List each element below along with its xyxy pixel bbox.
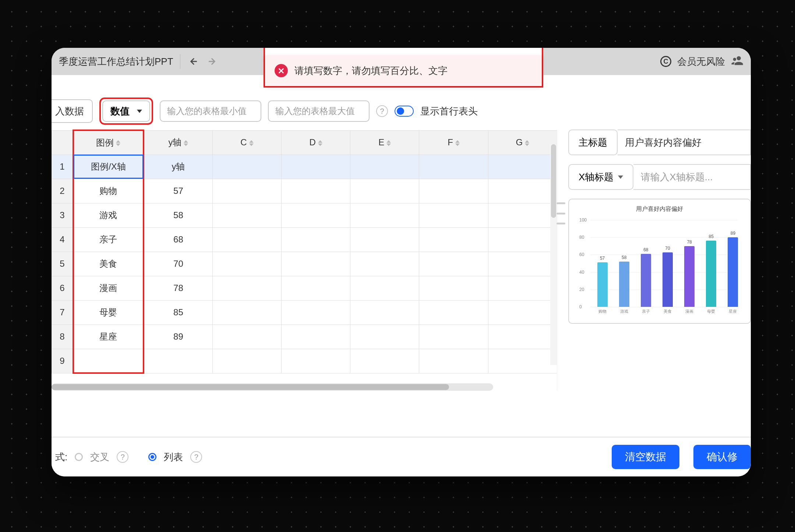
data-cell[interactable] [350,300,419,324]
data-cell[interactable] [488,227,557,252]
main-title-input[interactable]: 用户喜好内容偏好 [618,130,751,155]
mode-radio-cross[interactable] [75,453,83,461]
data-cell[interactable] [212,252,281,276]
data-cell[interactable]: 70 [144,252,212,276]
row-number[interactable]: 3 [52,203,73,227]
x-axis-title-input[interactable]: 请输入X轴标题... [633,164,751,190]
legend-cell[interactable]: 漫画 [73,276,144,300]
data-cell[interactable] [350,276,419,300]
data-cell[interactable] [282,276,350,300]
corner-cell[interactable] [52,130,73,155]
sort-icon[interactable] [525,140,529,146]
data-cell[interactable] [350,227,419,252]
horizontal-scrollbar-track[interactable] [52,383,493,391]
sort-icon[interactable] [318,140,322,146]
data-cell[interactable] [212,179,281,203]
row-number[interactable]: 2 [52,179,73,203]
data-cell[interactable] [350,324,419,349]
undo-button[interactable] [187,55,199,68]
row-number[interactable]: 5 [52,252,73,276]
column-header[interactable]: C [212,130,281,155]
data-cell[interactable] [488,276,557,300]
data-cell[interactable] [419,252,488,276]
data-cell[interactable]: 57 [144,179,212,203]
data-cell[interactable] [212,276,281,300]
data-cell[interactable]: 58 [144,203,212,227]
sort-icon[interactable] [249,140,254,146]
legend-cell[interactable] [73,349,144,373]
panel-resize-grip[interactable] [556,202,565,224]
help-icon[interactable]: ? [117,451,128,463]
legend-cell[interactable]: 星座 [73,324,144,349]
data-cell[interactable] [350,252,419,276]
data-cell[interactable] [282,203,350,227]
row-number[interactable]: 4 [52,227,73,252]
data-cell[interactable]: y轴 [144,155,212,179]
data-cell[interactable] [419,179,488,203]
data-cell[interactable] [282,227,350,252]
data-cell[interactable] [212,203,281,227]
data-cell[interactable] [350,155,419,179]
data-cell[interactable] [488,203,557,227]
redo-button[interactable] [206,55,219,68]
data-cell[interactable] [350,179,419,203]
column-header[interactable]: F [419,130,488,155]
data-cell[interactable] [282,349,350,373]
min-value-input[interactable] [160,100,261,122]
data-cell[interactable] [282,155,350,179]
data-cell[interactable] [212,155,281,179]
column-header[interactable]: y轴 [144,130,212,155]
column-header[interactable]: G [488,130,557,155]
data-cell[interactable] [282,324,350,349]
data-cell[interactable] [488,300,557,324]
confirm-button[interactable]: 确认修 [693,445,751,469]
spreadsheet[interactable]: 图例y轴CDEFG1图例/X轴y轴2购物573游戏584亲子685美食706漫画… [52,130,557,391]
data-cell[interactable] [212,227,281,252]
data-cell[interactable] [419,203,488,227]
column-header[interactable]: E [350,130,419,155]
row-number[interactable]: 8 [52,324,73,349]
max-value-input[interactable] [268,100,370,122]
row-number[interactable]: 7 [52,300,73,324]
column-header[interactable]: D [282,130,350,155]
legend-cell[interactable]: 游戏 [73,203,144,227]
x-axis-title-dropdown[interactable]: X轴标题 [568,164,633,190]
sort-icon[interactable] [184,140,188,146]
sort-icon[interactable] [455,140,460,146]
data-cell[interactable] [419,324,488,349]
enter-data-tab[interactable]: 入数据 [52,99,93,123]
row-number[interactable]: 6 [52,276,73,300]
data-cell[interactable] [212,349,281,373]
data-cell[interactable] [419,300,488,324]
show-header-toggle[interactable] [395,106,414,117]
data-cell[interactable] [419,227,488,252]
horizontal-scrollbar-thumb[interactable] [52,384,449,390]
legend-cell[interactable]: 美食 [73,252,144,276]
column-header[interactable]: 图例 [73,130,144,155]
data-cell[interactable] [419,349,488,373]
data-cell[interactable] [488,324,557,349]
share-button[interactable] [731,54,743,69]
help-icon[interactable]: ? [190,451,202,463]
data-cell[interactable] [419,155,488,179]
data-cell[interactable] [212,300,281,324]
mode-radio-list[interactable] [148,453,156,461]
data-cell[interactable] [488,155,557,179]
data-cell[interactable] [419,276,488,300]
data-cell[interactable] [350,349,419,373]
data-cell[interactable] [282,179,350,203]
data-cell[interactable] [350,203,419,227]
data-cell[interactable]: 85 [144,300,212,324]
data-cell[interactable]: 68 [144,227,212,252]
data-cell[interactable] [144,349,212,373]
row-number[interactable]: 1 [52,155,73,179]
value-type-dropdown[interactable]: 数值 [102,100,150,122]
row-number[interactable]: 9 [52,349,73,373]
data-cell[interactable] [488,349,557,373]
clear-data-button[interactable]: 清空数据 [612,445,679,469]
legend-cell[interactable]: 亲子 [73,227,144,252]
vip-label[interactable]: 会员无风险 [677,55,725,68]
legend-cell[interactable]: 图例/X轴 [73,155,144,179]
data-cell[interactable] [282,300,350,324]
data-cell[interactable] [212,324,281,349]
